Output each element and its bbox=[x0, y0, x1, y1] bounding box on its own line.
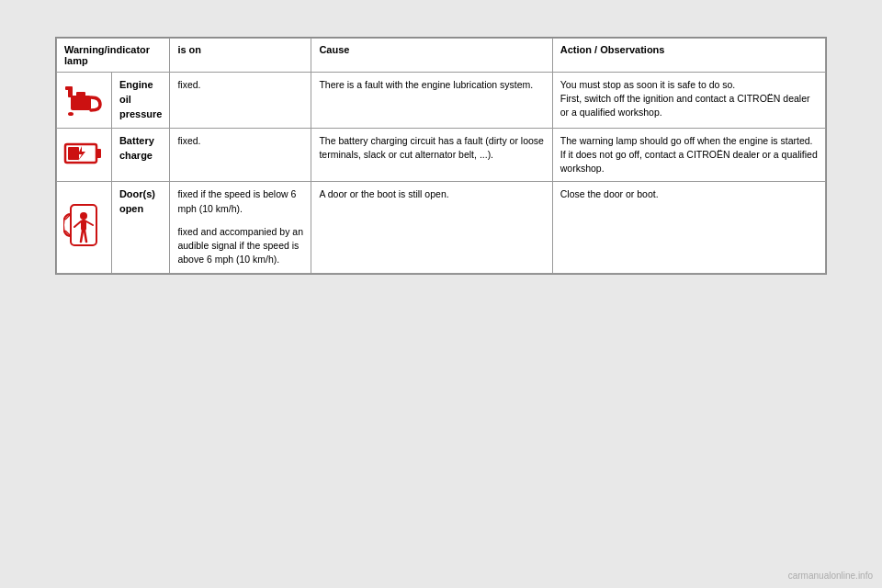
svg-rect-4 bbox=[76, 92, 85, 96]
svg-point-3 bbox=[68, 112, 74, 116]
engine-oil-action: You must stop as soon it is safe to do s… bbox=[560, 79, 810, 118]
battery-charge-name-cell: Battery charge bbox=[111, 128, 169, 182]
doors-open-name-cell: Door(s) open bbox=[111, 182, 169, 273]
svg-line-15 bbox=[74, 221, 81, 227]
warning-table: Warning/indicator lamp is on Cause Actio… bbox=[56, 38, 826, 274]
table-row: Engine oil pressure fixed. There is a fa… bbox=[57, 73, 826, 129]
door-open-icon bbox=[63, 201, 104, 249]
svg-rect-7 bbox=[68, 147, 79, 160]
warning-table-wrapper: Warning/indicator lamp is on Cause Actio… bbox=[55, 37, 827, 275]
engine-oil-label: Engine oil pressure bbox=[119, 79, 162, 119]
engine-oil-ison: fixed. bbox=[177, 79, 200, 90]
svg-line-14 bbox=[85, 231, 86, 242]
battery-charge-label: Battery charge bbox=[119, 135, 154, 161]
engine-oil-ison-cell: fixed. bbox=[170, 73, 311, 129]
battery-charge-action-cell: The warning lamp should go off when the … bbox=[552, 128, 825, 182]
battery-charge-ison-cell: fixed. bbox=[170, 128, 311, 182]
table-row: Door(s) open fixed if the speed is below… bbox=[57, 182, 826, 273]
header-action: Action / Observations bbox=[552, 39, 825, 73]
engine-oil-action-cell: You must stop as soon it is safe to do s… bbox=[552, 73, 825, 129]
doors-open-cause: A door or the boot is still open. bbox=[319, 188, 448, 199]
doors-open-icon-cell bbox=[57, 182, 112, 273]
doors-open-ison-part1: fixed if the speed is below 6 mph (10 km… bbox=[177, 187, 303, 215]
doors-open-ison-text2: fixed and accompanied by an audible sign… bbox=[177, 226, 303, 265]
battery-charge-ison: fixed. bbox=[177, 135, 200, 146]
engine-oil-cause-cell: There is a fault with the engine lubrica… bbox=[311, 73, 552, 129]
doors-open-label: Door(s) open bbox=[119, 188, 155, 214]
engine-oil-icon-cell bbox=[57, 73, 112, 129]
doors-open-ison-part2: fixed and accompanied by an audible sign… bbox=[177, 225, 303, 267]
header-ison: is on bbox=[170, 39, 311, 73]
svg-rect-0 bbox=[71, 96, 91, 110]
battery-charge-icon-cell bbox=[57, 128, 112, 182]
doors-open-action-cell: Close the door or boot. bbox=[552, 182, 825, 273]
battery-charge-cause-cell: The battery charging circuit has a fault… bbox=[311, 128, 552, 182]
header-cause: Cause bbox=[311, 39, 552, 73]
battery-charge-cause: The battery charging circuit has a fault… bbox=[319, 135, 544, 160]
svg-point-11 bbox=[80, 212, 87, 220]
doors-open-ison-cell: fixed if the speed is below 6 mph (10 km… bbox=[170, 182, 311, 273]
watermark: carmanualonline.info bbox=[788, 571, 873, 581]
doors-open-cause-cell: A door or the boot is still open. bbox=[311, 182, 552, 273]
battery-charge-action: The warning lamp should go off when the … bbox=[560, 135, 818, 174]
engine-oil-icon bbox=[63, 81, 104, 116]
doors-open-ison-text1: fixed if the speed is below 6 mph (10 km… bbox=[177, 188, 296, 213]
header-warning: Warning/indicator lamp bbox=[57, 39, 170, 73]
engine-oil-cause: There is a fault with the engine lubrica… bbox=[319, 79, 533, 90]
battery-charge-icon bbox=[63, 139, 104, 168]
svg-line-13 bbox=[81, 231, 83, 242]
doors-open-action: Close the door or boot. bbox=[560, 188, 659, 199]
engine-oil-name-cell: Engine oil pressure bbox=[111, 73, 169, 129]
table-row: Battery charge fixed. The battery chargi… bbox=[57, 128, 826, 182]
svg-rect-2 bbox=[65, 86, 73, 90]
svg-rect-6 bbox=[96, 149, 101, 158]
svg-line-16 bbox=[86, 221, 93, 225]
